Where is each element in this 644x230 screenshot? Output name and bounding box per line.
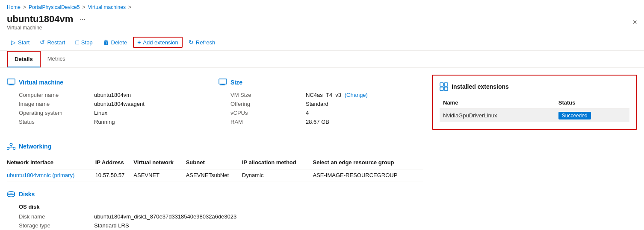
- size-section-title: Size: [230, 79, 242, 86]
- label-offering: Offering: [230, 101, 299, 107]
- disk-icon: [7, 190, 15, 198]
- status-badge: Succeeded: [558, 112, 591, 119]
- stop-label: Stop: [81, 39, 93, 46]
- value-image-name: ubuntu1804waagent: [94, 101, 212, 107]
- value-ram: 28.67 GB: [306, 119, 423, 125]
- size-icon: [219, 78, 227, 87]
- svg-rect-0: [7, 79, 15, 84]
- restart-icon: ↺: [40, 39, 45, 46]
- value-vm-size: NC4as_T4_v3 (Change): [306, 92, 423, 98]
- svg-rect-1: [9, 84, 14, 85]
- vm-icon: [7, 78, 15, 87]
- value-storage-type: Standard LRS: [94, 222, 423, 229]
- value-os: Linux: [94, 110, 212, 116]
- page-header: ubuntu1804vm ··· Virtual machine ×: [0, 12, 644, 34]
- breadcrumb-home[interactable]: Home: [7, 4, 21, 10]
- size-info-grid: VM Size NC4as_T4_v3 (Change) Offering St…: [219, 92, 423, 125]
- networking-section: Networking Network interface IP Address …: [7, 142, 423, 181]
- label-ram: RAM: [230, 119, 299, 125]
- start-icon: ▷: [11, 39, 16, 46]
- svg-point-14: [8, 194, 15, 197]
- cell-network-interface[interactable]: ubuntu1804vmnic (primary): [7, 169, 95, 181]
- os-disk-label: OS disk: [7, 204, 423, 210]
- breadcrumb-sep1: >: [23, 4, 26, 10]
- svg-point-6: [10, 143, 12, 146]
- label-computer-name: Computer name: [19, 92, 87, 98]
- start-label: Start: [18, 39, 30, 46]
- breadcrumb-sep3: >: [128, 4, 131, 10]
- disks-section: Disks OS disk Disk name ubuntu1804vm_dis…: [7, 190, 423, 229]
- main-content: Virtual machine Computer name ubuntu1804…: [0, 68, 644, 230]
- svg-rect-17: [440, 87, 443, 90]
- stop-icon: □: [75, 39, 79, 46]
- installed-extensions-panel: Installed extensions Name Status NvidiaG…: [432, 75, 637, 130]
- networking-table: Network interface IP Address Virtual net…: [7, 156, 423, 181]
- value-offering: Standard: [306, 101, 423, 107]
- breadcrumb-portal[interactable]: PortalPhysicalDevice5: [29, 4, 80, 10]
- value-computer-name: ubuntu1804vm: [94, 92, 212, 98]
- ext-table: Name Status NvidiaGpuDriverLinux Succeed…: [440, 97, 629, 122]
- size-section: Size VM Size NC4as_T4_v3 (Change) Offeri…: [219, 78, 423, 125]
- label-storage-type: Storage type: [19, 222, 87, 229]
- vm-info-grid: Computer name ubuntu1804vm Image name ub…: [7, 92, 212, 125]
- col-virtual-network: Virtual network: [133, 156, 186, 169]
- col-subnet: Subnet: [186, 156, 242, 169]
- svg-rect-4: [220, 84, 225, 85]
- refresh-label: Refresh: [196, 39, 216, 46]
- svg-rect-16: [444, 83, 448, 86]
- page-subtitle: Virtual machine: [7, 25, 88, 31]
- breadcrumb-sep2: >: [82, 4, 85, 10]
- col-network-interface: Network interface: [7, 156, 95, 169]
- svg-point-8: [13, 147, 15, 149]
- tabs: Details Metrics: [0, 51, 644, 68]
- svg-point-7: [7, 147, 9, 149]
- delete-icon: 🗑: [103, 39, 109, 46]
- breadcrumb-vms[interactable]: Virtual machines: [88, 4, 126, 10]
- cell-virtual-network: ASEVNET: [133, 169, 186, 181]
- ext-table-row[interactable]: NvidiaGpuDriverLinux Succeeded: [440, 109, 629, 122]
- label-vm-size: VM Size: [230, 92, 299, 98]
- cell-ip-address: 10.57.50.57: [95, 169, 134, 181]
- value-vcpus: 4: [306, 110, 423, 116]
- change-link[interactable]: (Change): [345, 92, 368, 98]
- svg-rect-2: [10, 84, 12, 84]
- ext-name: NvidiaGpuDriverLinux: [440, 109, 555, 122]
- vm-section: Virtual machine Computer name ubuntu1804…: [7, 78, 212, 125]
- tab-metrics[interactable]: Metrics: [41, 51, 72, 67]
- label-status: Status: [19, 119, 87, 125]
- svg-rect-18: [444, 87, 448, 90]
- delete-label: Delete: [111, 39, 127, 46]
- restart-label: Restart: [47, 39, 65, 46]
- vm-size-value: NC4as_T4_v3: [306, 92, 341, 98]
- restart-button[interactable]: ↺ Restart: [35, 37, 69, 48]
- tab-details[interactable]: Details: [7, 51, 41, 67]
- ext-status: Succeeded: [555, 109, 629, 122]
- value-status: Running: [94, 119, 212, 125]
- ext-panel-icon: [440, 82, 448, 91]
- value-disk-name: ubuntu1804vm_disk1_870e37d3318540e98032a…: [94, 213, 423, 220]
- start-button[interactable]: ▷ Start: [7, 37, 34, 48]
- svg-rect-5: [222, 84, 224, 84]
- add-extension-button[interactable]: + Add extension: [133, 37, 183, 48]
- add-extension-label: Add extension: [143, 39, 178, 46]
- refresh-button[interactable]: ↻ Refresh: [184, 37, 220, 48]
- networking-title: Networking: [19, 143, 51, 150]
- close-button[interactable]: ×: [632, 18, 637, 27]
- stop-button[interactable]: □ Stop: [71, 37, 97, 48]
- label-disk-name: Disk name: [19, 213, 87, 220]
- ellipsis-button[interactable]: ···: [77, 14, 88, 25]
- breadcrumb: Home > PortalPhysicalDevice5 > Virtual m…: [0, 0, 644, 12]
- vm-section-title: Virtual machine: [19, 79, 63, 86]
- delete-button[interactable]: 🗑 Delete: [99, 37, 132, 48]
- label-image-name: Image name: [19, 101, 87, 107]
- ext-col-status: Status: [555, 97, 629, 109]
- network-icon: [7, 142, 15, 151]
- cell-ip-allocation: Dynamic: [242, 169, 313, 181]
- svg-rect-3: [219, 79, 227, 84]
- cell-resource-group: ASE-IMAGE-RESOURCEGROUP: [313, 169, 423, 181]
- col-ip-allocation: IP allocation method: [242, 156, 313, 169]
- ext-col-name: Name: [440, 97, 555, 109]
- label-os: Operating system: [19, 110, 87, 116]
- page-title: ubuntu1804vm: [7, 14, 73, 25]
- svg-rect-15: [440, 83, 443, 86]
